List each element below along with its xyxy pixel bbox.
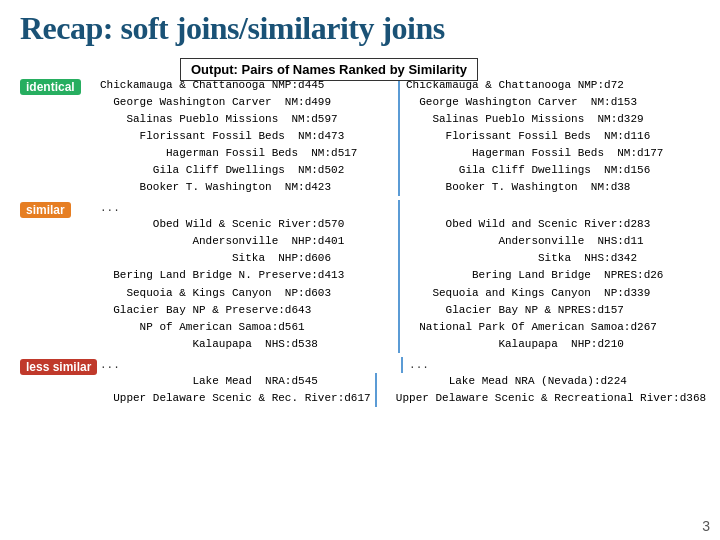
similar-data: ... Obed Wild & Scenic River:d570 Anders… — [100, 200, 700, 352]
less-similar-ellipsis-left-text: ... — [100, 359, 397, 371]
similar-ellipsis-left: ... — [100, 200, 398, 216]
identical-right-col: Chickamauga & Chattanooga NMP:d72 George… — [398, 77, 700, 196]
less-similar-right-text: Lake Mead NRA (Nevada):d224 Upper Delawa… — [383, 373, 706, 407]
similar-ellipsis-left-text: ... — [100, 202, 394, 214]
less-similar-cols: Lake Mead NRA:d545 Upper Delaware Scenic… — [100, 373, 706, 407]
sections-wrapper: identical Chickamauga & Chattanooga NMP:… — [20, 77, 700, 407]
output-label: Output: Pairs of Names Ranked by Similar… — [180, 58, 478, 81]
identical-left-text: Chickamauga & Chattanooga NMP:d445 Georg… — [100, 77, 394, 196]
less-similar-left-col: Lake Mead NRA:d545 Upper Delaware Scenic… — [100, 373, 375, 407]
less-similar-right-col: Lake Mead NRA (Nevada):d224 Upper Delawa… — [375, 373, 706, 407]
less-similar-badge: less similar — [20, 359, 97, 375]
less-similar-ellipsis-right: ... — [401, 357, 706, 373]
identical-badge: identical — [20, 79, 81, 95]
less-similar-label: less similar — [20, 357, 100, 378]
similar-badge: similar — [20, 202, 71, 218]
page-number: 3 — [702, 518, 710, 534]
similar-ellipsis-row: ... — [100, 200, 700, 216]
similar-cols: Obed Wild & Scenic River:d570 Andersonvi… — [100, 216, 700, 352]
identical-section: identical Chickamauga & Chattanooga NMP:… — [20, 77, 700, 196]
identical-right-text: Chickamauga & Chattanooga NMP:d72 George… — [406, 77, 700, 196]
identical-left-col: Chickamauga & Chattanooga NMP:d445 Georg… — [100, 77, 398, 196]
less-similar-ellipsis-left: ... — [100, 357, 401, 373]
identical-label: identical — [20, 77, 100, 98]
identical-data: Chickamauga & Chattanooga NMP:d445 Georg… — [100, 77, 700, 196]
less-similar-ellipsis-right-text: ... — [409, 359, 706, 371]
similar-right-text: Obed Wild and Scenic River:d283 Anderson… — [406, 216, 700, 352]
less-similar-section: less similar ... ... Lake Mead NRA:d545 … — [20, 357, 700, 407]
less-similar-left-text: Lake Mead NRA:d545 Upper Delaware Scenic… — [100, 373, 371, 407]
slide-title: Recap: soft joins/similarity joins — [20, 10, 700, 47]
similar-section: similar ... Obed Wild & Scenic River:d57… — [20, 200, 700, 352]
identical-cols: Chickamauga & Chattanooga NMP:d445 Georg… — [100, 77, 700, 196]
similar-ellipsis-right-text — [406, 202, 700, 214]
similar-right-col: Obed Wild and Scenic River:d283 Anderson… — [398, 216, 700, 352]
similar-left-text: Obed Wild & Scenic River:d570 Andersonvi… — [100, 216, 394, 352]
less-similar-data: ... ... Lake Mead NRA:d545 Upper Delawar… — [100, 357, 706, 407]
similar-left-col: Obed Wild & Scenic River:d570 Andersonvi… — [100, 216, 398, 352]
similar-label: similar — [20, 200, 100, 221]
slide-page: Recap: soft joins/similarity joins Outpu… — [0, 0, 720, 540]
less-similar-ellipsis-row: ... ... — [100, 357, 706, 373]
similar-ellipsis-right — [398, 200, 700, 216]
